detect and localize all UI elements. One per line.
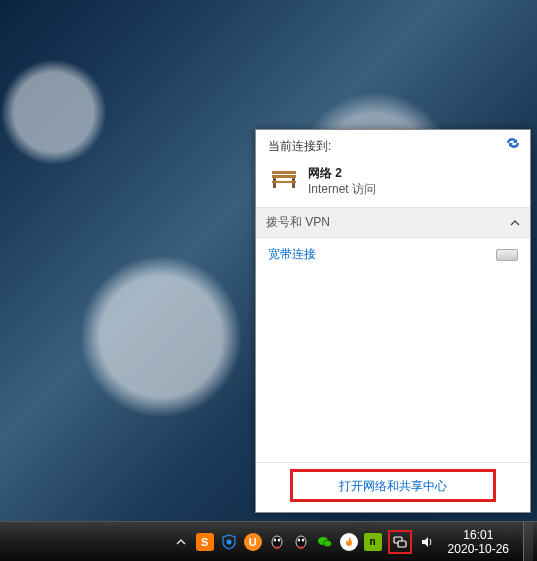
svg-point-8 [277,538,279,541]
chevron-up-icon [510,216,520,230]
open-network-center-highlight: 打开网络和共享中心 [290,469,496,502]
clock-date: 2020-10-26 [448,542,509,556]
taskbar-clock[interactable]: 16:01 2020-10-26 [442,528,517,556]
broadband-label: 宽带连接 [268,246,316,263]
svg-point-7 [273,538,275,541]
network-status: Internet 访问 [308,181,376,197]
svg-point-11 [301,538,303,541]
active-network-item[interactable]: 网络 2 Internet 访问 [256,161,530,207]
park-bench-icon [268,165,300,193]
sogou-ime-icon[interactable]: S [196,533,214,551]
desktop-background: 当前连接到: 网络 2 Internet 访问 拨号和 VPN [0,0,537,561]
nvidia-icon[interactable]: n [364,533,382,551]
show-desktop-button[interactable] [523,522,533,561]
open-network-center-link[interactable]: 打开网络和共享中心 [339,479,447,493]
network-flyout: 当前连接到: 网络 2 Internet 访问 拨号和 VPN [255,129,531,513]
network-name: 网络 2 [308,165,376,181]
flyout-header: 当前连接到: [256,130,530,161]
network-text: 网络 2 Internet 访问 [308,165,376,197]
qq-icon[interactable] [268,533,286,551]
svg-point-13 [323,540,331,546]
svg-point-5 [226,539,231,544]
security-shield-icon[interactable] [220,533,238,551]
uc-browser-icon[interactable]: U [244,533,262,551]
taskbar: S U n [0,521,537,561]
volume-icon[interactable] [418,533,436,551]
flyout-header-label: 当前连接到: [268,139,331,153]
broadband-connection-item[interactable]: 宽带连接 [256,238,530,271]
section-label: 拨号和 VPN [266,214,330,231]
network-tray-highlight [388,530,412,554]
clock-time: 16:01 [448,528,509,542]
svg-rect-1 [272,175,296,178]
flame-icon[interactable] [340,533,358,551]
modem-icon [496,249,518,261]
svg-rect-4 [272,181,296,183]
tray-overflow-button[interactable] [172,522,190,561]
flyout-footer: 打开网络和共享中心 [256,463,530,512]
svg-rect-15 [398,541,406,547]
wechat-icon[interactable] [316,533,334,551]
flyout-empty-area [256,271,530,462]
refresh-icon[interactable] [504,136,522,150]
system-tray: S U n [168,522,537,561]
svg-point-6 [272,536,282,548]
network-tray-icon[interactable] [391,533,409,551]
svg-point-9 [296,536,306,548]
qq-icon-2[interactable] [292,533,310,551]
svg-point-10 [297,538,299,541]
svg-rect-0 [272,171,296,174]
dialup-vpn-section[interactable]: 拨号和 VPN [256,207,530,238]
